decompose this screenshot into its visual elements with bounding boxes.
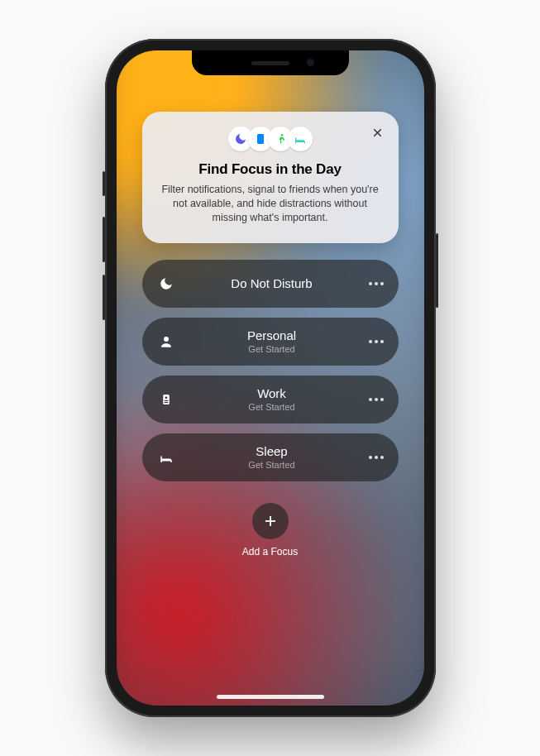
- badge-icon: [157, 392, 175, 407]
- svg-rect-7: [164, 400, 168, 400]
- svg-point-6: [165, 396, 167, 399]
- more-button[interactable]: [369, 282, 384, 285]
- mute-switch: [103, 171, 105, 196]
- svg-rect-5: [163, 395, 170, 404]
- notch: [192, 50, 349, 75]
- svg-rect-2: [257, 134, 264, 144]
- focus-row-title: Work: [182, 386, 362, 400]
- more-button[interactable]: [369, 340, 384, 343]
- card-title: Find Focus in the Day: [160, 161, 380, 178]
- iphone-device-frame: Find Focus in the Day Filter notificatio…: [105, 39, 436, 717]
- focus-row-subtitle: Get Started: [182, 460, 362, 471]
- bed-icon: [157, 450, 175, 465]
- volume-up-button: [103, 217, 105, 262]
- svg-rect-8: [164, 402, 168, 403]
- close-button[interactable]: [369, 123, 387, 141]
- focus-row-personal[interactable]: Personal Get Started: [142, 318, 399, 366]
- focus-row-title: Personal: [182, 328, 362, 342]
- volume-down-button: [103, 275, 105, 320]
- focus-row-work[interactable]: Work Get Started: [142, 376, 399, 423]
- svg-point-3: [280, 134, 283, 136]
- card-icon-row: [160, 127, 380, 151]
- more-button[interactable]: [369, 398, 384, 401]
- front-camera: [307, 59, 314, 66]
- side-button: [436, 233, 438, 308]
- focus-row-subtitle: Get Started: [182, 402, 362, 413]
- more-button[interactable]: [369, 456, 384, 459]
- card-description: Filter notifications, signal to friends …: [160, 183, 380, 225]
- bed-icon: [288, 127, 313, 151]
- person-icon: [157, 334, 175, 349]
- svg-point-4: [164, 337, 169, 342]
- focus-row-title: Sleep: [182, 444, 362, 458]
- speaker-grille: [251, 61, 289, 65]
- home-indicator[interactable]: [217, 695, 324, 699]
- focus-row-sleep[interactable]: Sleep Get Started: [142, 433, 399, 481]
- focus-row-dnd[interactable]: Do Not Disturb: [142, 260, 399, 308]
- focus-info-card: Find Focus in the Day Filter notificatio…: [142, 112, 399, 243]
- focus-row-title: Do Not Disturb: [182, 276, 362, 290]
- moon-icon: [157, 276, 175, 291]
- focus-mode-list: Do Not Disturb Personal Get Started: [142, 260, 399, 481]
- add-focus-button[interactable]: [252, 503, 289, 539]
- add-focus-label: Add a Focus: [242, 546, 298, 557]
- focus-row-subtitle: Get Started: [182, 344, 362, 355]
